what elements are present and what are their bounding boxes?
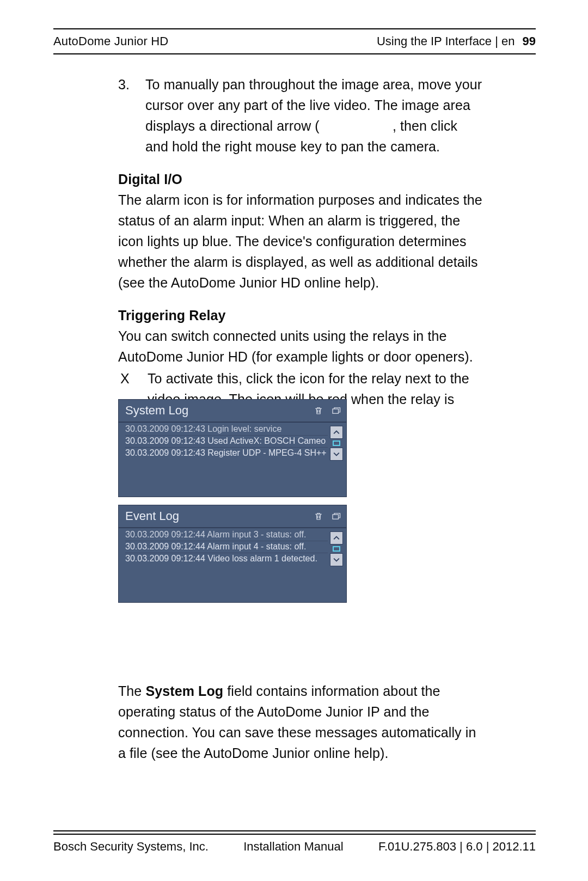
- svg-rect-1: [333, 515, 339, 519]
- log-line: 30.03.2009 09:12:44 Video loss alarm 1 d…: [125, 553, 328, 564]
- footer-company: Bosch Security Systems, Inc.: [53, 841, 209, 853]
- header-product: AutoDome Junior HD: [53, 35, 168, 47]
- header-page-number: 99: [523, 35, 536, 47]
- body-text: You can switch connected units using the…: [118, 326, 484, 367]
- scrollbar-track[interactable]: [333, 546, 340, 552]
- body-bold: System Log: [145, 683, 223, 699]
- log-line: 30.03.2009 09:12:44 Alarm input 3 - stat…: [125, 529, 328, 540]
- page-footer: Bosch Security Systems, Inc. Installatio…: [53, 830, 536, 853]
- svg-rect-0: [333, 409, 339, 413]
- log-line: 30.03.2009 09:12:43 Used ActiveX: BOSCH …: [125, 436, 328, 446]
- scroll-down-button[interactable]: [330, 448, 343, 461]
- system-log-panel: System Log 30.03.2009 09:12:43 Login lev…: [118, 399, 347, 497]
- body-text: The alarm icon is for information purpos…: [118, 189, 484, 293]
- heading-triggering-relay: Triggering Relay: [118, 305, 484, 326]
- event-log-title: Event Log: [125, 509, 306, 523]
- clear-log-icon[interactable]: [314, 406, 323, 415]
- page-header: AutoDome Junior HD Using the IP Interfac…: [53, 28, 536, 54]
- event-log-panel: Event Log 30.03.2009 09:12:44 Alarm inpu…: [118, 505, 347, 603]
- popout-log-icon[interactable]: [331, 406, 341, 415]
- footer-doc-id: F.01U.275.803 | 6.0 | 2012.11: [378, 841, 536, 853]
- heading-digital-io: Digital I/O: [118, 169, 484, 189]
- list-number: 3.: [118, 74, 145, 157]
- system-log-body: 30.03.2009 09:12:43 Login level: service…: [119, 422, 346, 464]
- log-line: 30.03.2009 09:12:43 Register UDP - MPEG-…: [125, 448, 328, 458]
- clear-log-icon[interactable]: [314, 511, 323, 521]
- popout-log-icon[interactable]: [331, 511, 341, 521]
- scrollbar-track[interactable]: [333, 440, 340, 446]
- system-log-title: System Log: [125, 403, 306, 418]
- scroll-down-button[interactable]: [330, 553, 343, 566]
- scroll-up-button[interactable]: [330, 426, 343, 439]
- scroll-up-button[interactable]: [330, 531, 343, 544]
- body-text: The: [118, 683, 145, 699]
- step-3: 3. To manually pan throughout the image …: [118, 74, 484, 157]
- log-line: 30.03.2009 09:12:43 Login level: service: [125, 424, 328, 435]
- system-log-description: The System Log field contains informatio…: [118, 681, 484, 763]
- header-section: Using the IP Interface | en: [377, 35, 515, 47]
- event-log-body: 30.03.2009 09:12:44 Alarm input 3 - stat…: [119, 528, 346, 570]
- log-line: 30.03.2009 09:12:44 Alarm input 4 - stat…: [125, 541, 328, 552]
- footer-doc-type: Installation Manual: [243, 841, 343, 853]
